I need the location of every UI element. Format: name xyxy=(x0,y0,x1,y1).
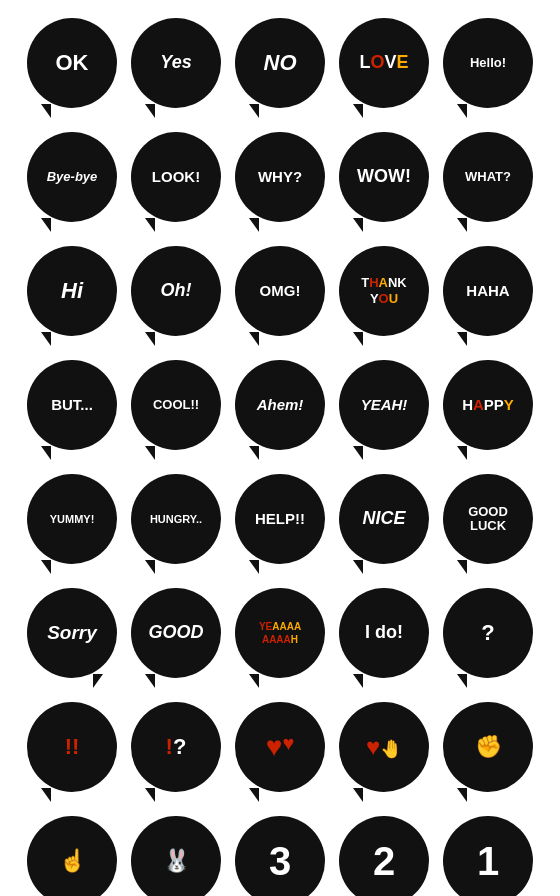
sticker-happy[interactable]: HAPPY xyxy=(443,360,533,450)
sticker-rabbit[interactable]: 🐰 xyxy=(131,816,221,896)
sticker-but[interactable]: BUT... xyxy=(27,360,117,450)
sticker-ahem[interactable]: Ahem! xyxy=(235,360,325,450)
sticker-nice[interactable]: NICE xyxy=(339,474,429,564)
sticker-hi[interactable]: Hi xyxy=(27,246,117,336)
sticker-byebye[interactable]: Bye-bye xyxy=(27,132,117,222)
sticker-question[interactable]: ? xyxy=(443,588,533,678)
sticker-cool[interactable]: COOL!! xyxy=(131,360,221,450)
sticker-heart-hand[interactable]: ♥🤚 xyxy=(339,702,429,792)
sticker-haha[interactable]: HAHA xyxy=(443,246,533,336)
sticker-yummy[interactable]: YUMMY! xyxy=(27,474,117,564)
sticker-wow[interactable]: WOW! xyxy=(339,132,429,222)
sticker-ok[interactable]: OK xyxy=(27,18,117,108)
sticker-hungry[interactable]: HUNGRY.. xyxy=(131,474,221,564)
sticker-hello[interactable]: Hello! xyxy=(443,18,533,108)
sticker-look[interactable]: LOOK! xyxy=(131,132,221,222)
sticker-what[interactable]: WHAT? xyxy=(443,132,533,222)
sticker-yes[interactable]: Yes xyxy=(131,18,221,108)
sticker-help[interactable]: HELP!! xyxy=(235,474,325,564)
sticker-two[interactable]: 2 xyxy=(339,816,429,896)
sticker-ido[interactable]: I do! xyxy=(339,588,429,678)
sticker-point-up[interactable]: ☝ xyxy=(27,816,117,896)
sticker-three[interactable]: 3 xyxy=(235,816,325,896)
sticker-one[interactable]: 1 xyxy=(443,816,533,896)
sticker-yeaaah[interactable]: YEAAAAAAAAH xyxy=(235,588,325,678)
sticker-why[interactable]: WHY? xyxy=(235,132,325,222)
sticker-yeah[interactable]: YEAH! xyxy=(339,360,429,450)
sticker-thankyou[interactable]: THANKYOU xyxy=(339,246,429,336)
sticker-oh[interactable]: Oh! xyxy=(131,246,221,336)
sticker-no[interactable]: NO xyxy=(235,18,325,108)
sticker-good[interactable]: GOOD xyxy=(131,588,221,678)
sticker-love[interactable]: LOVE xyxy=(339,18,429,108)
sticker-double-exclaim[interactable]: !! xyxy=(27,702,117,792)
sticker-hearts[interactable]: ♥♥ xyxy=(235,702,325,792)
sticker-fist[interactable]: ✊ xyxy=(443,702,533,792)
sticker-omg[interactable]: OMG! xyxy=(235,246,325,336)
sticker-exclaim-question[interactable]: !? xyxy=(131,702,221,792)
sticker-grid: OK Yes NO LOVE Hello! Bye-bye LOOK! WHY?… xyxy=(14,0,546,896)
sticker-goodluck[interactable]: GOODLUCK xyxy=(443,474,533,564)
sticker-sorry[interactable]: Sorry xyxy=(27,588,117,678)
